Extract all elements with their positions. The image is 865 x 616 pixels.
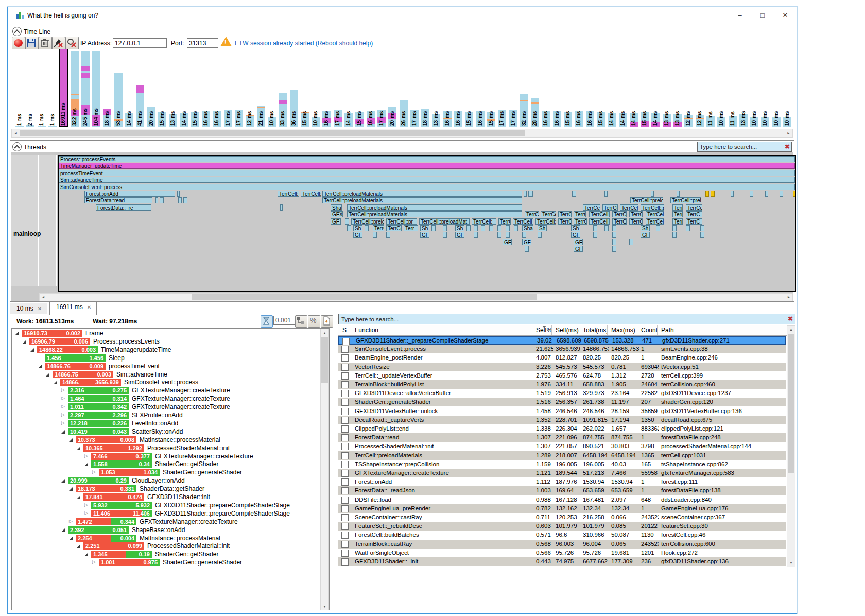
flame-block[interactable]: TerrCell::pre	[620, 204, 638, 211]
flame-block[interactable]: TerrCe	[386, 225, 402, 231]
collapse-arrow-icon[interactable]: ▷	[84, 510, 88, 516]
flame-block[interactable]	[656, 225, 660, 231]
table-row[interactable]: GFXTextureManager::createTexture1.121189…	[338, 469, 786, 477]
flame-block[interactable]: Sha	[522, 225, 533, 231]
tree-row[interactable]: ▷1.0110.342GFXTextureManager::createText…	[12, 403, 329, 411]
disconnect-button[interactable]	[65, 37, 79, 50]
row-checkbox[interactable]	[341, 452, 349, 459]
maximize-button[interactable]: □	[751, 7, 774, 24]
table-row[interactable]: WaitForSingleObject0.56695.72695.72619.6…	[338, 549, 786, 557]
clear-pins-button[interactable]	[52, 37, 65, 50]
flame-block[interactable]	[672, 232, 677, 238]
threads-search-input[interactable]	[699, 143, 782, 151]
table-row[interactable]: TerrainBlock::castRay0.56896.00396.0040.…	[338, 540, 786, 549]
flame-block[interactable]	[506, 225, 510, 231]
tree-row[interactable]: 18.1730.331ShaderData::getShader	[12, 485, 329, 493]
flame-block[interactable]	[514, 225, 518, 231]
flame-block[interactable]: processTimeEvent	[59, 170, 795, 176]
flame-block[interactable]: TerrCell	[513, 218, 533, 225]
table-row[interactable]: ClippedPolyList::end1.338226.304262.0221…	[338, 424, 786, 433]
table-row[interactable]: ProcessedShaderMaterial::init1.307221.05…	[338, 442, 786, 451]
timeline-scrollbar[interactable]: ◄ ►	[11, 129, 793, 138]
tree-row[interactable]: 14866.3656.939SimConsoleEvent::process	[12, 379, 329, 386]
flame-block[interactable]: Process::processEvents	[59, 156, 795, 162]
row-checkbox[interactable]	[342, 338, 350, 345]
table-row[interactable]: DDSFile::load0.988167.128167.4812.097648…	[338, 495, 786, 504]
row-checkbox[interactable]	[341, 434, 349, 441]
save-button[interactable]	[25, 37, 39, 50]
table-row[interactable]: GFXD3D11Shader::_init0.44374.9756677.662…	[338, 557, 786, 566]
flame-block[interactable]	[672, 225, 677, 231]
timeline-bar[interactable]	[38, 126, 46, 127]
table-row[interactable]: ForestData::read1.307221.096874.755874.7…	[338, 433, 786, 442]
table-row[interactable]: GFXD3D11Shader::_prepareCompileShaderSta…	[338, 336, 786, 345]
expand-arrow-icon[interactable]	[77, 544, 80, 548]
expand-arrow-icon[interactable]	[61, 528, 65, 532]
flame-block[interactable]: TerrCell::preloadMaterials	[347, 211, 522, 217]
threshold-input[interactable]	[273, 316, 296, 325]
clear-search-icon[interactable]: ✖	[785, 143, 790, 150]
flame-block[interactable]: GF	[522, 239, 531, 245]
tab-16911-ms[interactable]: 16911 ms✕	[49, 301, 97, 315]
tree-row[interactable]: 14868.220.003TimeManagerupdateTime	[12, 346, 329, 354]
tree-row[interactable]: 14866.750.003Sim::advanceTime	[12, 371, 329, 379]
flame-block[interactable]	[765, 191, 768, 197]
table-row[interactable]: TerrCell::preloadMaterials1.289218.00764…	[338, 451, 786, 460]
flame-block[interactable]: TerrCell	[589, 218, 610, 225]
table-row[interactable]: TerrCell::_updateVertexBuffer2.753465.57…	[338, 371, 786, 380]
flame-block[interactable]	[280, 204, 283, 211]
flame-block[interactable]	[750, 191, 753, 197]
tree-row[interactable]: ▷5.9325.932GFXD3D11Shader::prepareCompil…	[12, 502, 329, 509]
flame-block[interactable]	[593, 232, 597, 238]
flame-block[interactable]: TerrCe	[686, 204, 702, 211]
flame-block[interactable]: GF	[574, 239, 583, 245]
flame-block[interactable]	[572, 191, 576, 197]
flame-block[interactable]	[497, 225, 501, 231]
collapse-arrow-icon[interactable]: ▷	[61, 412, 65, 417]
flame-block[interactable]: GF	[503, 239, 512, 245]
flame-block[interactable]	[373, 232, 377, 238]
tab-close-icon[interactable]: ✕	[38, 306, 42, 312]
flame-block[interactable]: Sh	[455, 225, 464, 231]
flame-block[interactable]: TerrCe	[612, 211, 627, 217]
flame-block[interactable]: Terr	[672, 204, 683, 211]
tree-row[interactable]: 1.4561.456Sleep	[12, 354, 329, 362]
tree-row[interactable]: 1.5580.34ShaderGen::getShader	[12, 460, 329, 468]
flame-block[interactable]: GF	[641, 232, 650, 238]
table-row[interactable]: DecalRoad::_captureVerts1.352228.7011091…	[338, 416, 786, 424]
tree-row[interactable]: ▷2.3160.275GFXTextureManager::createText…	[12, 387, 329, 395]
scroll-thumb[interactable]	[321, 337, 328, 383]
flame-block[interactable]	[700, 225, 704, 231]
expand-arrow-icon[interactable]	[54, 381, 57, 384]
row-checkbox[interactable]	[341, 364, 349, 371]
table-row[interactable]: GFXD3D11VertexBuffer::unlock1.458246.546…	[338, 407, 786, 416]
flame-block[interactable]	[443, 232, 447, 238]
table-row[interactable]: TSShapeInstance::prepCollision1.159196.0…	[338, 460, 786, 469]
row-checkbox[interactable]	[341, 550, 349, 557]
flame-block[interactable]: TerrCell::prel	[641, 204, 664, 211]
tree-row[interactable]: ▷12.2180.226LevelInfo::onAdd	[12, 420, 329, 427]
tree-row[interactable]: ▷2.2972.296SFXProfile::onAdd	[12, 412, 329, 419]
row-checkbox[interactable]	[341, 399, 349, 406]
clear-search-icon[interactable]: ✖	[788, 315, 793, 322]
flame-block[interactable]: GF	[420, 232, 429, 238]
flame-block[interactable]: TerrC	[629, 218, 643, 225]
flame-block[interactable]: TerrCell::preloadMaterials	[347, 204, 522, 211]
flame-block[interactable]: TimeManager_updateTime	[59, 163, 795, 169]
ip-address-input[interactable]	[113, 38, 167, 48]
scroll-down-icon[interactable]: ▼	[787, 559, 795, 567]
tree-row[interactable]: ▷1.0010.975ShaderGen::generateShader	[12, 559, 329, 567]
flame-block[interactable]: TerrC	[558, 218, 572, 225]
flame-block[interactable]: Sim::advanceTime	[59, 177, 795, 183]
tree-row[interactable]: ▷7.4660.377GFXTextureManager::createText…	[12, 453, 329, 460]
flame-block[interactable]: GF	[331, 218, 341, 225]
expand-arrow-icon[interactable]	[69, 487, 73, 491]
flame-block[interactable]: TerrCell:	[278, 191, 299, 197]
record-button[interactable]	[12, 37, 25, 50]
column-header-function[interactable]: Function	[355, 325, 378, 335]
flame-block[interactable]: Sh	[353, 225, 362, 231]
table-row[interactable]: GFXD3D11Device::allocVertexBuffer1.51925…	[338, 389, 786, 398]
expand-arrow-icon[interactable]	[77, 495, 80, 499]
flame-block[interactable]: TerrC	[373, 225, 384, 231]
minimize-button[interactable]: –	[729, 7, 751, 24]
